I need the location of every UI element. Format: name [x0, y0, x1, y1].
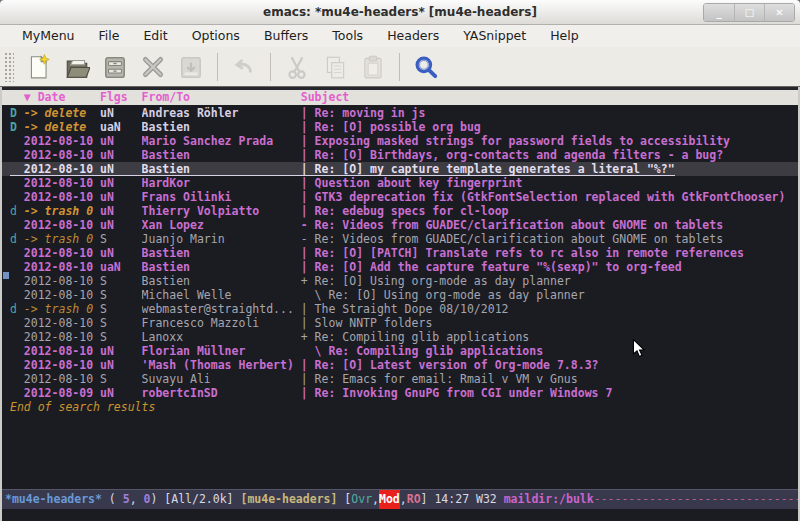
message-mark: D — [10, 120, 24, 134]
message-row[interactable]: 2012-08-10SMichael Welle \ Re: [O] Using… — [2, 288, 798, 302]
menu-file[interactable]: File — [87, 25, 132, 47]
save-as-icon — [174, 50, 208, 84]
message-date: -> trash 0 — [24, 232, 100, 246]
message-from: Mario Sanchez Prada — [142, 134, 301, 148]
message-row[interactable]: 2012-08-09uNrobertcInSD| Re: Invoking Gn… — [2, 386, 798, 400]
message-date: 2012-08-10 — [24, 260, 100, 274]
message-from: Suvayu Ali — [142, 372, 301, 386]
message-row[interactable]: 2012-08-10SBastien+ Re: [O] Using org-mo… — [2, 274, 798, 288]
modeline-plain: [All/2.0k] — [164, 490, 240, 509]
column-header-from[interactable]: From/To — [142, 90, 301, 105]
message-row[interactable]: 2012-08-10uNMario Sanchez Prada| Exposin… — [2, 134, 798, 148]
message-date: 2012-08-10 — [24, 288, 100, 302]
modeline-plain: [ — [337, 490, 351, 509]
menu-yasnippet[interactable]: YASnippet — [451, 25, 538, 47]
message-row[interactable]: 2012-08-10SFrancesco Mazzoli| Slow NNTP … — [2, 316, 798, 330]
new-buffer-icon[interactable] — [22, 50, 56, 84]
message-row[interactable]: d -> trash 0uNThierry Volpiatto| Re: ede… — [2, 204, 798, 218]
message-flags: uN — [100, 162, 142, 176]
message-date: 2012-08-10 — [24, 330, 100, 344]
message-row[interactable]: 2012-08-10uNFlorian Müllner \ Re: Compil… — [2, 344, 798, 358]
message-mark — [10, 372, 24, 386]
message-row[interactable]: D -> deleteuaNBastien| Re: [O] possible … — [2, 120, 798, 134]
message-row[interactable]: 2012-08-10uNBastien| Re: [O] Birthdays, … — [2, 148, 798, 162]
message-date: 2012-08-10 — [24, 148, 100, 162]
toolbar-separator — [217, 53, 218, 81]
message-subject: | Re: Invoking GnuPG from CGI under Wind… — [301, 386, 613, 400]
message-subject: + Re: Compiling glib applications — [301, 330, 529, 344]
message-row[interactable]: d -> trash 0SJuanjo Marin- Re: Videos fr… — [2, 232, 798, 246]
message-subject: | Re: [O] Birthdays, org-contacts and ag… — [301, 148, 723, 162]
modeline-mod: Mod — [379, 490, 400, 509]
message-flags: uN — [100, 344, 142, 358]
open-file-icon[interactable] — [60, 50, 94, 84]
message-row[interactable]: 2012-08-10uNFrans Oilinki| GTK3 deprecat… — [2, 190, 798, 204]
message-date: 2012-08-10 — [24, 316, 100, 330]
titlebar[interactable]: emacs: *mu4e-headers* [mu4e-headers] _ □… — [0, 0, 800, 25]
message-subject: | Re: [O] [PATCH] Translate refs to rc a… — [301, 246, 744, 260]
headers-column-header: ▼ Date Flgs From/To Subject — [2, 90, 798, 105]
message-row[interactable]: 2012-08-10uaNBastien| Re: [O] Add the ca… — [2, 260, 798, 274]
minimize-button[interactable]: _ — [704, 4, 734, 21]
message-row[interactable]: 2012-08-10uNBastien| Re: [O] my capture … — [2, 162, 798, 176]
message-date: 2012-08-10 — [24, 190, 100, 204]
message-flags: S — [100, 372, 142, 386]
maximize-button[interactable]: □ — [734, 4, 764, 21]
message-from: Lanoxx — [142, 330, 301, 344]
search-icon[interactable] — [409, 50, 443, 84]
message-from: 'Mash (Thomas Herbert) — [142, 358, 301, 372]
message-from: Bastien — [142, 274, 301, 288]
message-subject: | Re: Emacs for email: Rmail v VM v Gnus — [301, 372, 578, 386]
message-row[interactable]: 2012-08-10uN'Mash (Thomas Herbert)| Re: … — [2, 358, 798, 372]
message-from: Bastien — [142, 260, 301, 274]
menu-headers[interactable]: Headers — [375, 25, 451, 47]
message-from: HardKor — [142, 176, 301, 190]
message-mark: D — [10, 106, 24, 120]
modeline-maildir: maildir:/bulk — [504, 490, 594, 509]
window-controls: _ □ ✕ — [703, 3, 795, 22]
message-row[interactable]: 2012-08-10uNBastien| Re: [O] [PATCH] Tra… — [2, 246, 798, 260]
column-header-subject[interactable]: Subject — [301, 90, 349, 105]
message-subject: | Re: edebug specs for cl-loop — [301, 204, 509, 218]
menu-tools[interactable]: Tools — [320, 25, 375, 47]
message-mark — [10, 162, 24, 176]
message-flags: uN — [100, 246, 142, 260]
toolbar-grip-handle[interactable] — [4, 52, 14, 82]
message-row[interactable]: 2012-08-10uNHardKor| Question about key … — [2, 176, 798, 190]
close-buffer-icon[interactable] — [136, 50, 170, 84]
message-date: 2012-08-10 — [24, 274, 100, 288]
message-mark — [10, 274, 24, 288]
modeline: *mu4e-headers* ( 5, 0) [All/2.0k] [mu4e-… — [2, 489, 798, 509]
menu-edit[interactable]: Edit — [131, 25, 179, 47]
message-row[interactable]: D -> deleteuNAndreas Röhler| Re: moving … — [2, 106, 798, 120]
menu-options[interactable]: Options — [180, 25, 252, 47]
message-row[interactable]: d -> trash 0Swebmaster@straightd...| The… — [2, 302, 798, 316]
message-date: -> trash 0 — [24, 204, 100, 218]
message-date: 2012-08-10 — [24, 344, 100, 358]
message-flags: uN — [100, 176, 142, 190]
modeline-num: 5 — [123, 490, 130, 509]
message-subject: | GTK3 deprecation fix (GtkFontSelection… — [301, 190, 786, 204]
column-header-flags[interactable]: Flgs — [100, 90, 142, 105]
close-button[interactable]: ✕ — [764, 4, 794, 21]
message-row[interactable]: 2012-08-10uNXan Lopez- Re: Videos from G… — [2, 218, 798, 232]
message-from: Bastien — [142, 246, 301, 260]
modeline-plain: , — [130, 490, 144, 509]
message-from: Xan Lopez — [142, 218, 301, 232]
message-mark — [10, 358, 24, 372]
message-from: robertcInSD — [142, 386, 301, 400]
column-header-date[interactable]: ▼ Date — [24, 90, 100, 105]
menu-mymenu[interactable]: MyMenu — [10, 25, 87, 47]
message-date: 2012-08-10 — [24, 176, 100, 190]
message-from: Bastien — [142, 162, 301, 176]
message-date: 2012-08-10 — [24, 246, 100, 260]
message-row[interactable]: 2012-08-10SLanoxx+ Re: Compiling glib ap… — [2, 330, 798, 344]
menu-help[interactable]: Help — [538, 25, 591, 47]
message-mark — [10, 148, 24, 162]
message-subject: | Re: [O] possible org bug — [301, 120, 481, 134]
message-mark: d — [10, 232, 24, 246]
save-buffer-icon[interactable] — [98, 50, 132, 84]
menu-buffers[interactable]: Buffers — [252, 25, 320, 47]
message-flags: uN — [100, 106, 142, 120]
message-row[interactable]: 2012-08-10SSuvayu Ali| Re: Emacs for ema… — [2, 372, 798, 386]
